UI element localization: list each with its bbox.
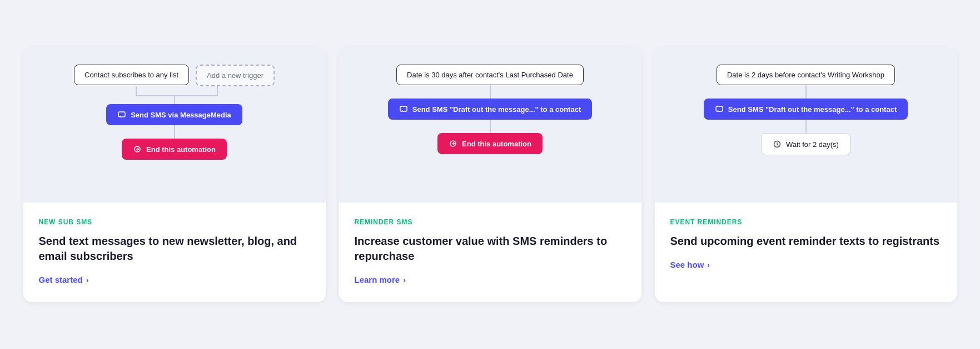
card-new-sub-sms: Contact subscribes to any list Add a new…	[23, 47, 326, 302]
svg-rect-1	[400, 106, 407, 111]
trigger-box-1: Contact subscribes to any list	[74, 65, 189, 85]
card-diagram-1: Contact subscribes to any list Add a new…	[23, 47, 326, 203]
trigger-box-2: Date is 30 days after contact's Last Pur…	[396, 65, 584, 85]
card-category-1: NEW SUB SMS	[39, 218, 310, 226]
card-content-3: EVENT REMINDERS Send upcoming event remi…	[655, 203, 957, 287]
action-box-sms-3: Send SMS "Draft out the message..." to a…	[704, 99, 908, 120]
action-box-sms-1: Send SMS via MessageMedia	[106, 104, 242, 125]
end-icon-1	[133, 145, 142, 154]
card-diagram-3: Date is 2 days before contact's Writing …	[655, 47, 957, 203]
card-title-1: Send text messages to new newsletter, bl…	[39, 234, 310, 264]
trigger-box-dashed-1[interactable]: Add a new trigger	[196, 65, 275, 86]
chevron-icon-3: ›	[707, 260, 710, 269]
card-link-1[interactable]: Get started ›	[39, 275, 310, 284]
card-reminder-sms: Date is 30 days after contact's Last Pur…	[339, 47, 641, 302]
sms-icon-2	[399, 105, 408, 114]
chevron-icon-1: ›	[86, 276, 89, 284]
action-box-end-1: End this automation	[122, 139, 227, 160]
action-box-wait-3: Wait for 2 day(s)	[761, 133, 850, 155]
card-content-1: NEW SUB SMS Send text messages to new ne…	[23, 203, 326, 302]
card-content-2: REMINDER SMS Increase customer value wit…	[339, 203, 641, 302]
sms-icon-1	[117, 110, 126, 119]
trigger-box-3: Date is 2 days before contact's Writing …	[717, 65, 895, 85]
card-category-3: EVENT REMINDERS	[670, 218, 942, 226]
action-box-end-2: End this automation	[437, 133, 543, 154]
card-link-3[interactable]: See how ›	[670, 260, 942, 269]
card-event-reminders: Date is 2 days before contact's Writing …	[655, 47, 957, 302]
clock-icon-3	[773, 140, 782, 149]
card-link-2[interactable]: Learn more ›	[355, 275, 626, 284]
cards-container: Contact subscribes to any list Add a new…	[23, 47, 957, 302]
action-box-sms-2: Send SMS "Draft out the message..." to a…	[388, 99, 592, 120]
svg-rect-2	[716, 106, 723, 111]
end-icon-2	[449, 139, 457, 148]
sms-icon-3	[715, 105, 724, 114]
card-title-2: Increase customer value with SMS reminde…	[355, 234, 626, 264]
card-category-2: REMINDER SMS	[355, 218, 626, 226]
card-diagram-2: Date is 30 days after contact's Last Pur…	[339, 47, 641, 203]
svg-rect-0	[118, 112, 125, 117]
card-title-3: Send upcoming event reminder texts to re…	[670, 234, 942, 249]
chevron-icon-2: ›	[403, 276, 406, 284]
